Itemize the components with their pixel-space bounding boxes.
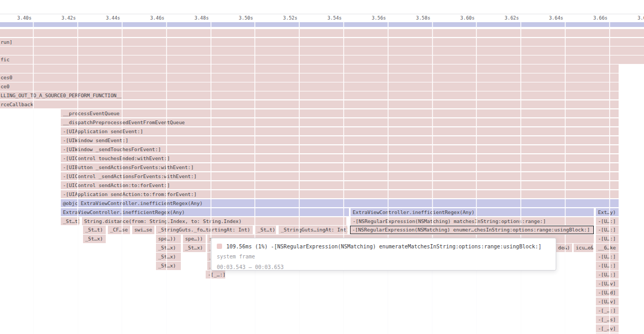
flame-bar[interactable]: @objc ExtraViewController.inefficientReg… bbox=[61, 199, 619, 207]
flame-bar-label: _St…x) bbox=[183, 244, 203, 252]
flame-bar[interactable]: -[U…v] bbox=[596, 298, 619, 305]
flame-bar[interactable]: -[UIControl touchesEnded:withEvent:] bbox=[61, 154, 619, 162]
flame-bar-label bbox=[0, 29, 1, 37]
flame-bar-label: _CF…se bbox=[108, 226, 128, 234]
flame-bar[interactable]: -[UIApplication sendAction:to:from:forEv… bbox=[61, 190, 619, 198]
ruler-tick-label: 3.44s bbox=[106, 15, 120, 21]
flame-bar-label: @objc ExtraViewController.inefficientReg… bbox=[61, 199, 203, 207]
flame-bar[interactable]: -[U…:] bbox=[596, 262, 619, 270]
flame-bar[interactable]: icu…e&) bbox=[574, 244, 593, 252]
ruler-tick-label: 3.64s bbox=[549, 15, 563, 21]
flame-bar[interactable]: _StringGuts._fo…tartingAt: Int) bbox=[156, 226, 253, 234]
flame-bar-label: -[U…:] bbox=[596, 217, 616, 225]
flame-bar-label: -[U…v] bbox=[596, 280, 616, 287]
flame-bar-label: -[U…:] bbox=[596, 262, 616, 270]
flame-bar-label: -[_…:] bbox=[596, 307, 616, 314]
flame-bar-label: -[U…:] bbox=[596, 226, 616, 234]
flame-bar[interactable]: _St…t) bbox=[255, 226, 276, 234]
flame-bar[interactable]: -[UIControl sendAction:to:forEvent:] bbox=[61, 181, 619, 189]
flame-bar-label: fic bbox=[0, 55, 10, 63]
flame-bar[interactable]: -[_…v] bbox=[596, 324, 619, 332]
flame-bar[interactable]: __6…ke bbox=[596, 244, 619, 252]
flame-bar[interactable]: -[UIButton _sendActionsForEvents:withEve… bbox=[61, 163, 619, 171]
flame-bar[interactable]: -[U…:] bbox=[596, 235, 619, 243]
gridline bbox=[609, 22, 610, 334]
tooltip-frame-kind: system frame bbox=[217, 252, 550, 262]
flame-bar[interactable]: rceCallback bbox=[0, 100, 619, 108]
flame-bar-label: ces0 bbox=[0, 73, 12, 81]
gridline bbox=[432, 22, 433, 334]
gridline bbox=[299, 22, 300, 334]
flame-bar-selected[interactable]: -[NSRegularExpression(NSMatching) enumer… bbox=[350, 226, 594, 234]
flame-bar[interactable]: spe…)) bbox=[183, 235, 206, 243]
flame-bar-label: rceCallback bbox=[0, 100, 33, 108]
flame-bar-label bbox=[0, 64, 1, 72]
flame-bar[interactable]: Ext…y) bbox=[596, 208, 619, 216]
ruler-tick-label: 3.50s bbox=[239, 15, 253, 21]
gridline bbox=[476, 22, 477, 334]
flame-bar[interactable]: ces0 bbox=[0, 73, 619, 81]
selection-tooltip: 109.56ms (1%) -[NSRegularExpression(NSMa… bbox=[211, 238, 556, 271]
flame-bar[interactable]: fic bbox=[0, 55, 644, 63]
flame-bar[interactable]: ce0 bbox=[0, 82, 619, 90]
flame-bar[interactable]: -[U…:] bbox=[596, 226, 619, 234]
flame-bar-label: -[U…:] bbox=[596, 235, 616, 243]
flame-bar-label: -[UIWindow _sendTouchesForEvent:] bbox=[61, 145, 161, 153]
flame-bar[interactable]: -[_…:] bbox=[596, 307, 619, 314]
tooltip-duration-and-symbol: 109.56ms (1%) -[NSRegularExpression(NSMa… bbox=[226, 244, 541, 249]
ruler-tick-label: 3.60s bbox=[461, 15, 475, 21]
flame-bar-label: _St…t) bbox=[61, 217, 79, 225]
flame-bar[interactable] bbox=[0, 29, 644, 37]
flame-bar[interactable]: _St…t) bbox=[83, 226, 106, 234]
flame-bar[interactable]: -[UIControl _sendActionsForEvents:withEv… bbox=[61, 172, 619, 180]
flame-bar[interactable]: _St…x) bbox=[156, 262, 181, 270]
flame-bar[interactable]: LLING_OUT_TO_A_SOURCE0_PERFORM_FUNCTION_… bbox=[0, 91, 619, 99]
flame-bar[interactable]: _St…x) bbox=[183, 244, 206, 252]
flame-bar[interactable]: -[UIWindow sendEvent:] bbox=[61, 136, 619, 144]
flame-bar-label: -[UIApplication sendEvent:] bbox=[61, 127, 143, 135]
flame-bar[interactable]: _St…t) bbox=[61, 217, 79, 225]
flame-bar[interactable] bbox=[0, 64, 619, 72]
flame-bar-label: swi…se bbox=[132, 226, 152, 234]
flame-bar-label: -[U…d] bbox=[596, 289, 616, 296]
flame-bar[interactable]: run] bbox=[0, 38, 644, 46]
flame-bar[interactable]: _St…x) bbox=[156, 253, 181, 261]
gridline bbox=[166, 22, 167, 334]
gridline bbox=[343, 22, 344, 334]
flame-bar[interactable]: __processEventQueue bbox=[61, 109, 619, 117]
flame-bar[interactable]: _St…x) bbox=[156, 244, 181, 252]
flame-bar[interactable]: _StringGuts…ingAt: Int) bbox=[279, 226, 347, 234]
flame-bar[interactable]: -[U…:] bbox=[596, 253, 619, 261]
flame-bar-label: spe…)) bbox=[183, 235, 203, 243]
ruler-tick-label: 3.66s bbox=[593, 15, 608, 21]
flame-bar[interactable] bbox=[0, 47, 644, 54]
flame-root-bar[interactable] bbox=[0, 22, 644, 27]
tooltip-color-swatch bbox=[217, 244, 222, 249]
flame-bar[interactable]: -[_…s] bbox=[596, 316, 619, 323]
flame-bar[interactable]: __dispatchPreprocessedEventFromEventQueu… bbox=[61, 118, 619, 126]
ruler-tick-label: 3.58s bbox=[416, 15, 430, 21]
flame-bar-label: String.distance(from: String.Index, to: … bbox=[82, 217, 242, 225]
flame-bar-label: ExtraViewController.inefficientRegex(Any… bbox=[351, 208, 474, 216]
flame-bar-label: -[NSRegularExpression(NSMatching) enumer… bbox=[350, 226, 590, 234]
ruler-tick-label: 3.68s bbox=[638, 15, 644, 21]
flame-bar[interactable]: _CF…se bbox=[108, 226, 130, 234]
flame-bar-label: ce0 bbox=[0, 82, 10, 90]
flame-bar[interactable]: -[UIWindow _sendTouchesForEvent:] bbox=[61, 145, 619, 153]
flame-bar[interactable]: _St…x) bbox=[83, 235, 106, 243]
flame-bar-label: -[_…v] bbox=[596, 324, 616, 332]
flame-bar[interactable]: -[UIApplication sendEvent:] bbox=[61, 127, 619, 135]
flame-bar[interactable]: -[U…d] bbox=[596, 289, 619, 296]
flame-bar-label: -[UIWindow sendEvent:] bbox=[61, 136, 128, 144]
flame-bar[interactable]: swi…se bbox=[132, 226, 154, 234]
flame-bar-label bbox=[0, 22, 2, 27]
flame-bar-label: _StringGuts…ingAt: Int) bbox=[279, 226, 347, 234]
flame-bar[interactable]: -[U…:] bbox=[596, 271, 619, 279]
flame-bar[interactable]: -[U…v] bbox=[596, 280, 619, 287]
flame-bar-label: -[U…:] bbox=[596, 271, 616, 279]
ruler-tick-label: 3.52s bbox=[283, 15, 297, 21]
gridline bbox=[210, 22, 211, 334]
flame-bar[interactable]: spe…)) bbox=[156, 235, 181, 243]
flame-bar[interactable]: -[U…:] bbox=[596, 217, 619, 225]
flame-bar[interactable]: ExtraViewController.inefficientRegex(Any… bbox=[61, 208, 349, 216]
